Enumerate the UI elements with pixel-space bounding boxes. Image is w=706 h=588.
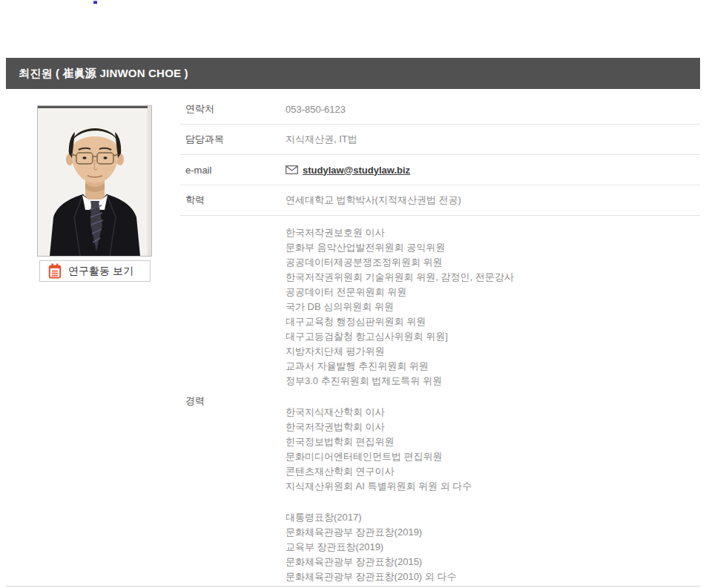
contact-label: 연락처 [180,102,286,116]
subjects-label: 담당과목 [180,133,286,146]
profile-info-table: 연락처 053-850-6123 담당과목 지식재산권, IT법 e-mail … [180,94,700,586]
career-content: 한국저작권보호원 이사 문화부 음악산업발전위원회 공익위원 공공데이터제공분쟁… [286,216,514,586]
subjects-value: 지식재산권, IT법 [286,133,357,146]
tiny-blue-artifact [93,1,97,4]
envelope-icon [286,165,298,174]
notepad-icon [48,263,62,279]
bottom-divider [6,586,700,587]
career-block-societies: 한국지식재산학회 이사 한국저작권법학회 이사 힌국정보법학회 편집위원 문화미… [286,405,514,494]
profile-photo [37,105,152,257]
career-block-awards: 대통령표창(2017) 문화체육관광부 장관표창(2019) 교육부 장관표창(… [286,510,514,584]
email-label: e-mail [180,165,286,176]
row-education: 학력 연세대학교 법학박사(지적재산권법 전공) [180,185,700,216]
row-email: e-mail studylaw@studylaw.biz [180,155,700,185]
contact-value: 053-850-6123 [286,104,346,115]
research-activity-button[interactable]: 연구활동 보기 [39,260,151,282]
education-value: 연세대학교 법학박사(지적재산권법 전공) [286,194,461,207]
career-block-committees: 한국저작권보호원 이사 문화부 음악산업발전위원회 공익위원 공공데이터제공분쟁… [286,225,514,389]
page-title: 최진원 ( 崔眞源 JINWON CHOE ) [19,67,188,81]
career-label: 경력 [180,216,286,586]
email-address: studylaw@studylaw.biz [303,165,410,176]
row-subjects: 담당과목 지식재산권, IT법 [180,125,700,155]
row-career: 경력 한국저작권보호원 이사 문화부 음악산업발전위원회 공익위원 공공데이터제… [180,216,700,586]
profile-header-bar: 최진원 ( 崔眞源 JINWON CHOE ) [6,58,700,89]
research-activity-label: 연구활동 보기 [68,265,133,278]
row-contact: 연락처 053-850-6123 [180,94,700,125]
portrait-image [38,106,151,256]
education-label: 학력 [180,194,286,207]
email-link[interactable]: studylaw@studylaw.biz [286,165,410,176]
